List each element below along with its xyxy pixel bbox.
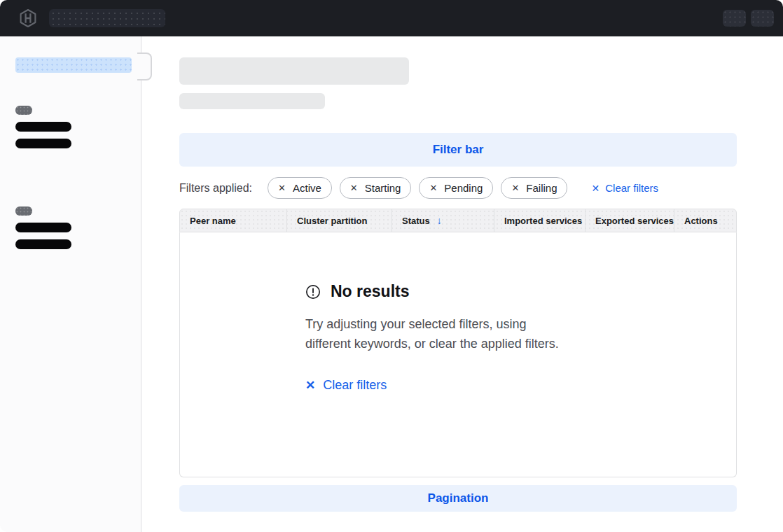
- sidebar-active-item[interactable]: [15, 57, 132, 73]
- navbar-action-placeholder-1[interactable]: [723, 10, 746, 27]
- search-input[interactable]: [49, 9, 165, 27]
- hashicorp-logo-icon: [18, 8, 38, 28]
- applied-filters-row: Filters applied: ✕ Active ✕ Starting ✕ P…: [179, 177, 737, 199]
- filter-pill-starting[interactable]: ✕ Starting: [340, 177, 412, 199]
- x-icon: ✕: [305, 378, 315, 393]
- filters-applied-label: Filters applied:: [179, 182, 252, 195]
- column-header-imported-services[interactable]: Imported services: [494, 209, 585, 232]
- empty-state-description: Try adjusting your selected filters, usi…: [305, 314, 642, 354]
- navbar-action-placeholder-2[interactable]: [751, 10, 774, 27]
- remove-filter-icon[interactable]: ✕: [350, 183, 358, 193]
- empty-state: No results Try adjusting your selected f…: [305, 282, 642, 393]
- filter-pill-pending[interactable]: ✕ Pending: [419, 177, 493, 199]
- filter-pill-failing[interactable]: ✕ Failing: [501, 177, 567, 199]
- page-subtitle-placeholder: [179, 93, 325, 109]
- clear-filters-label: Clear filters: [605, 182, 658, 194]
- x-icon: ✕: [591, 183, 600, 194]
- sidebar-section-heading-placeholder-1: [15, 106, 32, 115]
- sidebar-item-placeholder-4[interactable]: [15, 239, 71, 249]
- remove-filter-icon[interactable]: ✕: [429, 183, 437, 193]
- sidebar-section-heading-placeholder-2: [15, 206, 32, 216]
- sidebar-item-placeholder-2[interactable]: [15, 139, 71, 148]
- column-header-actions[interactable]: Actions: [674, 209, 736, 232]
- remove-filter-icon[interactable]: ✕: [511, 183, 519, 193]
- app-window: Filter bar Filters applied: ✕ Active ✕ S…: [0, 0, 783, 532]
- column-header-status[interactable]: Status ↓: [392, 209, 494, 232]
- alert-circle-icon: [305, 284, 321, 300]
- filter-bar-region[interactable]: Filter bar: [179, 133, 737, 167]
- empty-state-title: No results: [331, 282, 409, 301]
- sidebar-item-placeholder-3[interactable]: [15, 223, 71, 232]
- filter-pill-label: Starting: [365, 182, 401, 194]
- table-header-row: Peer name Cluster partition Status ↓ Imp…: [179, 209, 737, 232]
- column-header-exported-services[interactable]: Exported services: [585, 209, 674, 232]
- column-header-peer-name[interactable]: Peer name: [180, 209, 286, 232]
- peers-table: Peer name Cluster partition Status ↓ Imp…: [179, 209, 737, 477]
- filter-pill-label: Failing: [526, 182, 557, 194]
- clear-filters-link[interactable]: ✕ Clear filters: [591, 182, 658, 194]
- clear-filters-action[interactable]: ✕ Clear filters: [305, 378, 387, 393]
- top-navbar: [0, 0, 783, 36]
- sort-descending-icon: ↓: [437, 215, 442, 226]
- sidebar: [0, 36, 141, 532]
- filter-pill-active[interactable]: ✕ Active: [268, 177, 332, 199]
- filter-pill-label: Active: [293, 182, 321, 194]
- sidebar-item-placeholder-1[interactable]: [15, 122, 71, 132]
- pagination-label: Pagination: [428, 491, 489, 505]
- filter-pill-label: Pending: [444, 182, 483, 194]
- table-body: No results Try adjusting your selected f…: [179, 232, 737, 477]
- column-header-cluster-partition[interactable]: Cluster partition: [286, 209, 392, 232]
- sidebar-active-item-notch: [137, 52, 152, 80]
- page-title-placeholder: [179, 57, 409, 85]
- remove-filter-icon[interactable]: ✕: [278, 183, 286, 193]
- filter-bar-label: Filter bar: [433, 143, 484, 157]
- clear-filters-action-label: Clear filters: [323, 378, 387, 393]
- pagination-region[interactable]: Pagination: [179, 485, 737, 512]
